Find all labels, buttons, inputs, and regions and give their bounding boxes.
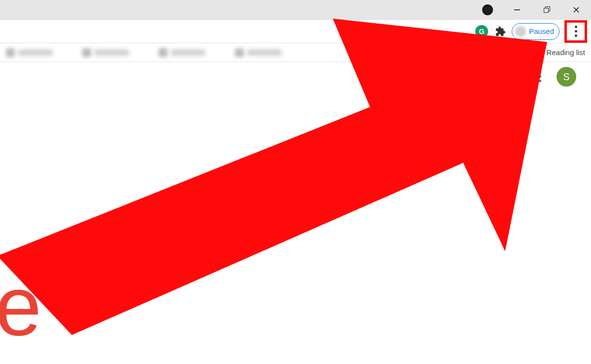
apps-dot-icon <box>539 71 541 73</box>
kebab-dot-icon <box>575 26 577 28</box>
annotation-highlight-box <box>564 20 587 43</box>
extensions-button[interactable] <box>493 24 508 39</box>
minimize-icon <box>514 6 521 13</box>
grammarly-icon: G <box>475 25 488 38</box>
close-icon <box>573 6 580 13</box>
bookmark-item[interactable] <box>82 48 129 57</box>
bookmark-item[interactable] <box>6 48 53 57</box>
bookmarks-bar: Reading list <box>0 43 591 62</box>
bookmark-label <box>95 50 129 56</box>
window-titlebar <box>0 0 591 20</box>
apps-dot-icon <box>530 80 532 82</box>
maximize-icon <box>543 6 550 13</box>
bookmarks-left-group <box>6 48 282 57</box>
bookmark-item[interactable] <box>159 48 205 57</box>
browser-toolbar: G Paused <box>0 20 591 43</box>
chrome-menu-button[interactable] <box>575 26 577 37</box>
down-triangle-icon <box>482 4 493 15</box>
svg-marker-0 <box>484 7 491 12</box>
tab-dropdown-button[interactable] <box>473 0 502 19</box>
kebab-dot-icon <box>575 30 577 32</box>
google-apps-button[interactable] <box>530 71 542 83</box>
avatar-initial: S <box>563 71 569 83</box>
bookmark-favicon-icon <box>82 48 91 57</box>
window-minimize-button[interactable] <box>502 0 532 19</box>
profile-chip[interactable]: Paused <box>512 23 559 40</box>
reading-list-label: Reading list <box>547 48 585 57</box>
window-maximize-button[interactable] <box>532 0 561 19</box>
apps-dot-icon <box>539 80 541 82</box>
profile-status-label: Paused <box>529 27 554 35</box>
apps-dot-icon <box>530 71 532 73</box>
puzzle-icon <box>495 26 506 37</box>
apps-dot-icon <box>539 75 541 78</box>
bookmark-favicon-icon <box>235 48 244 57</box>
apps-dot-icon <box>534 75 537 78</box>
bookmark-label <box>171 50 205 56</box>
bookmark-label <box>247 50 282 56</box>
apps-dot-icon <box>530 75 532 78</box>
bookmark-favicon-icon <box>159 48 167 57</box>
reading-list-icon <box>535 48 544 57</box>
page-header-actions: S <box>530 67 576 87</box>
profile-avatar-icon <box>515 26 526 37</box>
google-logo-fragment: e <box>0 258 42 354</box>
bookmark-label <box>18 50 53 56</box>
grammarly-extension-button[interactable]: G <box>474 24 489 39</box>
page-content: S e <box>0 62 591 364</box>
apps-dot-icon <box>534 71 537 73</box>
account-avatar-button[interactable]: S <box>557 67 576 87</box>
kebab-dot-icon <box>575 34 577 37</box>
bookmark-favicon-icon <box>6 48 15 57</box>
reading-list-button[interactable]: Reading list <box>535 48 585 57</box>
window-close-button[interactable] <box>561 0 591 19</box>
bookmark-item[interactable] <box>235 48 282 57</box>
apps-dot-icon <box>534 80 537 82</box>
